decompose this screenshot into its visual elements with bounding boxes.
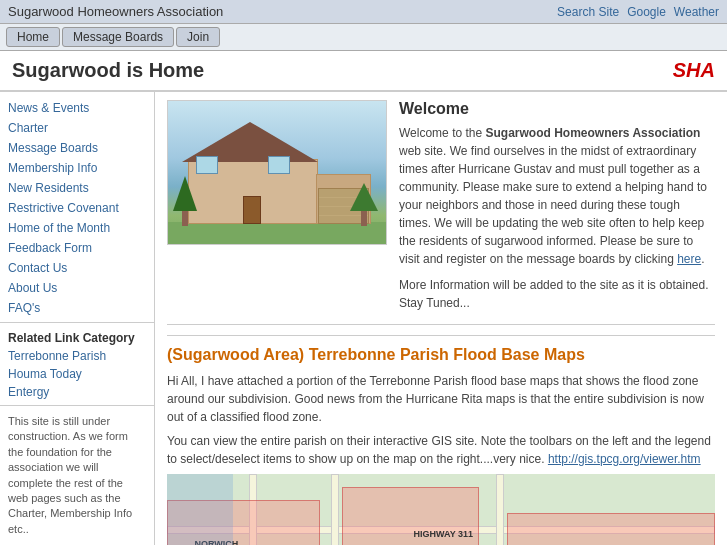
sidebar-item-news-events[interactable]: News & Events [0,98,154,118]
sidebar-item-charter[interactable]: Charter [0,118,154,138]
welcome-text: Welcome Welcome to the Sugarwood Homeown… [399,100,715,312]
nav-message-boards-button[interactable]: Message Boards [62,27,174,47]
house-window-left [196,156,218,174]
welcome-body: Welcome to the Sugarwood Homeowners Asso… [399,124,715,268]
map-road-v1 [331,474,339,545]
sidebar-item-membership-info[interactable]: Membership Info [0,158,154,178]
flood-section: (Sugarwood Area) Terrebonne Parish Flood… [167,335,715,545]
welcome-heading: Welcome [399,100,715,118]
flood-para2: You can view the entire parish on their … [167,432,715,468]
sidebar-divider-2 [0,405,154,406]
welcome-section: Welcome Welcome to the Sugarwood Homeown… [167,100,715,312]
sidebar-item-about-us[interactable]: About Us [0,278,154,298]
here-link[interactable]: here [677,252,701,266]
sidebar-link-entergy[interactable]: Entergy [0,383,154,401]
sidebar-link-houma-today[interactable]: Houma Today [0,365,154,383]
sidebar-item-contact-us[interactable]: Contact Us [0,258,154,278]
flood-heading: (Sugarwood Area) Terrebonne Parish Flood… [167,346,715,364]
sidebar-item-message-boards[interactable]: Message Boards [0,138,154,158]
sidebar: News & Events Charter Message Boards Mem… [0,92,155,545]
house-window-right [268,156,290,174]
site-title: Sugarwood Homeowners Association [8,4,223,19]
flood-para1: Hi All, I have attached a portion of the… [167,372,715,426]
tree-left [173,176,197,226]
sidebar-divider-1 [0,322,154,323]
sidebar-item-feedback-form[interactable]: Feedback Form [0,238,154,258]
nav-bar: Home Message Boards Join [0,24,727,51]
sidebar-link-terrebonne[interactable]: Terrebonne Parish [0,347,154,365]
tree-right [350,183,378,226]
main-content: Welcome Welcome to the Sugarwood Homeown… [155,92,727,545]
sha-logo: SHA [673,59,715,82]
top-links: Search Site Google Weather [557,5,719,19]
gis-link[interactable]: http://gis.tpcg.org/viewer.htm [548,452,701,466]
weather-link[interactable]: Weather [674,5,719,19]
nav-join-button[interactable]: Join [176,27,220,47]
sidebar-item-new-residents[interactable]: New Residents [0,178,154,198]
search-site-link[interactable]: Search Site [557,5,619,19]
sidebar-item-home-of-month[interactable]: Home of the Month [0,218,154,238]
house-illustration [167,100,387,245]
map-background: NORWICH HIGHWAY 311 [167,474,715,545]
house-door-shape [243,196,261,224]
sidebar-item-faqs[interactable]: FAQ's [0,298,154,318]
related-links-title: Related Link Category [0,327,154,347]
sidebar-item-restrictive-covenant[interactable]: Restrictive Covenant [0,198,154,218]
google-link[interactable]: Google [627,5,666,19]
more-info-text: More Information will be added to the si… [399,276,715,312]
content-area: News & Events Charter Message Boards Mem… [0,92,727,545]
map-water [167,474,233,545]
page-header: Sugarwood is Home SHA [0,51,727,92]
nav-home-button[interactable]: Home [6,27,60,47]
top-bar: Sugarwood Homeowners Association Search … [0,0,727,24]
section-divider [167,324,715,325]
flood-zone-3 [507,513,715,545]
sidebar-notice: This site is still under construction. A… [0,410,154,541]
page-title: Sugarwood is Home [12,59,204,82]
flood-map: NORWICH HIGHWAY 311 [167,474,715,545]
map-road-v2 [496,474,504,545]
map-label-highway: HIGHWAY 311 [414,529,474,539]
